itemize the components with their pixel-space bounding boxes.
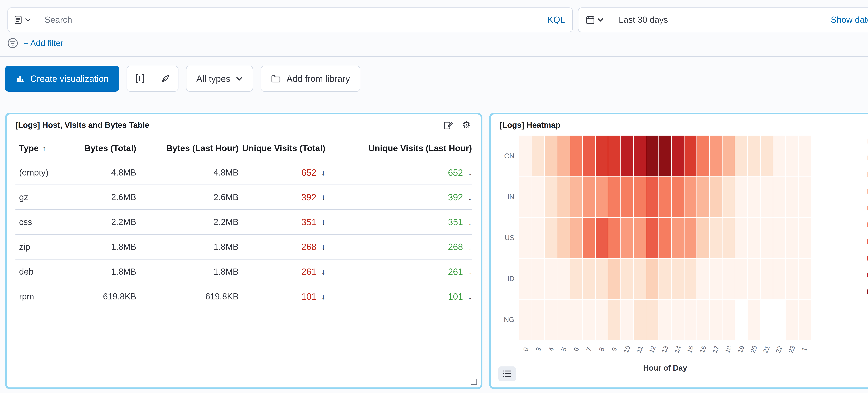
column-header-4[interactable]: Unique Visits (Total) [239, 143, 325, 153]
heatmap-cell[interactable] [735, 218, 747, 258]
legend-item[interactable]: 18 - 24 [867, 187, 868, 195]
heatmap-cell[interactable] [710, 259, 722, 299]
legend-toggle-button[interactable] [498, 366, 516, 381]
heatmap-cell[interactable] [608, 177, 620, 217]
heatmap-cell[interactable] [646, 135, 658, 176]
legend-item[interactable]: 54 - 60 [867, 288, 868, 296]
heatmap-cell[interactable] [646, 177, 658, 217]
heatmap-cell[interactable] [748, 177, 760, 217]
heatmap-cell[interactable] [786, 300, 798, 340]
heatmap-cell[interactable] [646, 218, 658, 258]
add-annotation-button[interactable] [153, 66, 178, 91]
heatmap-cell[interactable] [748, 135, 760, 176]
legend-item[interactable]: 0 - 6 [867, 137, 868, 146]
heatmap-cell[interactable] [633, 259, 646, 299]
legend-item[interactable]: 30 - 36 [867, 220, 868, 229]
heatmap-cell[interactable] [596, 300, 608, 340]
heatmap-cell[interactable] [761, 135, 773, 176]
date-picker-menu-button[interactable] [578, 7, 612, 32]
legend-item[interactable]: 42 - 48 [867, 254, 868, 263]
heatmap-cell[interactable] [532, 300, 544, 340]
heatmap-cell[interactable] [633, 300, 646, 340]
heatmap-cell[interactable] [697, 177, 709, 217]
heatmap-cell[interactable] [672, 177, 684, 217]
heatmap-cell[interactable] [799, 259, 811, 299]
heatmap-cell[interactable] [761, 259, 773, 299]
heatmap-cell[interactable] [761, 218, 773, 258]
heatmap-cell[interactable] [672, 135, 684, 176]
legend-item[interactable]: 12 - 18 [867, 170, 868, 179]
heatmap-cell[interactable] [722, 218, 735, 258]
heatmap-cell[interactable] [545, 135, 557, 176]
heatmap-cell[interactable] [570, 177, 582, 217]
heatmap-cell[interactable] [748, 259, 760, 299]
column-header-2[interactable]: Bytes (Total) [78, 143, 136, 153]
heatmap-cell[interactable] [532, 135, 544, 176]
heatmap-cell[interactable] [545, 259, 557, 299]
heatmap-cell[interactable] [583, 259, 595, 299]
heatmap-cell[interactable] [773, 259, 785, 299]
heatmap-cell[interactable] [583, 218, 595, 258]
search-input[interactable]: Search KQL [37, 7, 573, 32]
heatmap-cell[interactable] [583, 177, 595, 217]
heatmap-cell[interactable] [799, 218, 811, 258]
heatmap-cell[interactable] [519, 218, 532, 258]
heatmap-cell[interactable] [608, 135, 620, 176]
heatmap-cell[interactable] [608, 300, 620, 340]
heatmap-cell[interactable] [684, 135, 696, 176]
legend-item[interactable]: 36 - 42 [867, 237, 868, 246]
legend-item[interactable]: 6 - 12 [867, 153, 868, 162]
kql-button[interactable]: KQL [548, 15, 565, 25]
heatmap-cell[interactable] [596, 177, 608, 217]
heatmap-cell[interactable] [659, 218, 671, 258]
column-header-5[interactable]: Unique Visits (Last Hour) [325, 143, 472, 153]
heatmap-cell[interactable] [697, 218, 709, 258]
heatmap-cell[interactable] [786, 218, 798, 258]
heatmap-cell[interactable] [735, 259, 747, 299]
all-types-dropdown[interactable]: All types [186, 66, 253, 92]
heatmap-cell[interactable] [710, 300, 722, 340]
heatmap-cell[interactable] [722, 300, 735, 340]
add-filter-button[interactable]: + Add filter [24, 38, 63, 48]
heatmap-cell[interactable] [722, 135, 735, 176]
heatmap-cell[interactable] [608, 218, 620, 258]
heatmap-cell[interactable] [786, 177, 798, 217]
heatmap-cell[interactable] [570, 135, 582, 176]
heatmap-cell[interactable] [519, 300, 532, 340]
add-control-button[interactable] [127, 66, 152, 91]
show-dates-button[interactable]: Show dates [831, 15, 868, 25]
heatmap-cell[interactable] [659, 177, 671, 217]
heatmap-cell[interactable] [532, 177, 544, 217]
heatmap-cell[interactable] [799, 135, 811, 176]
heatmap-cell[interactable] [786, 135, 798, 176]
heatmap-cell[interactable] [545, 300, 557, 340]
heatmap-cell[interactable] [596, 218, 608, 258]
heatmap-cell[interactable] [596, 135, 608, 176]
heatmap-cell[interactable] [748, 300, 760, 340]
heatmap-cell[interactable] [583, 135, 595, 176]
heatmap-cell[interactable] [697, 135, 709, 176]
heatmap-cell[interactable] [519, 177, 532, 217]
heatmap-cell[interactable] [748, 218, 760, 258]
heatmap-cell[interactable] [583, 300, 595, 340]
heatmap-cell[interactable] [684, 177, 696, 217]
heatmap-cell[interactable] [659, 135, 671, 176]
heatmap-cell[interactable] [532, 259, 544, 299]
heatmap-cell[interactable] [710, 135, 722, 176]
legend-item[interactable]: 24 - 30 [867, 204, 868, 212]
heatmap-cell[interactable] [633, 135, 646, 176]
heatmap-cell[interactable] [735, 135, 747, 176]
heatmap-cell[interactable] [570, 259, 582, 299]
heatmap-cell[interactable] [621, 259, 633, 299]
column-header-3[interactable]: Bytes (Last Hour) [136, 143, 239, 153]
legend-item[interactable]: 48 - 54 [867, 271, 868, 279]
heatmap-cell[interactable] [773, 218, 785, 258]
heatmap-cell[interactable] [557, 300, 569, 340]
heatmap-cell[interactable] [710, 218, 722, 258]
heatmap-cell[interactable] [596, 259, 608, 299]
heatmap-cell[interactable] [646, 300, 658, 340]
heatmap-cell[interactable] [761, 177, 773, 217]
heatmap-cell[interactable] [722, 177, 735, 217]
heatmap-cell[interactable] [633, 177, 646, 217]
heatmap-cell[interactable] [519, 135, 532, 176]
